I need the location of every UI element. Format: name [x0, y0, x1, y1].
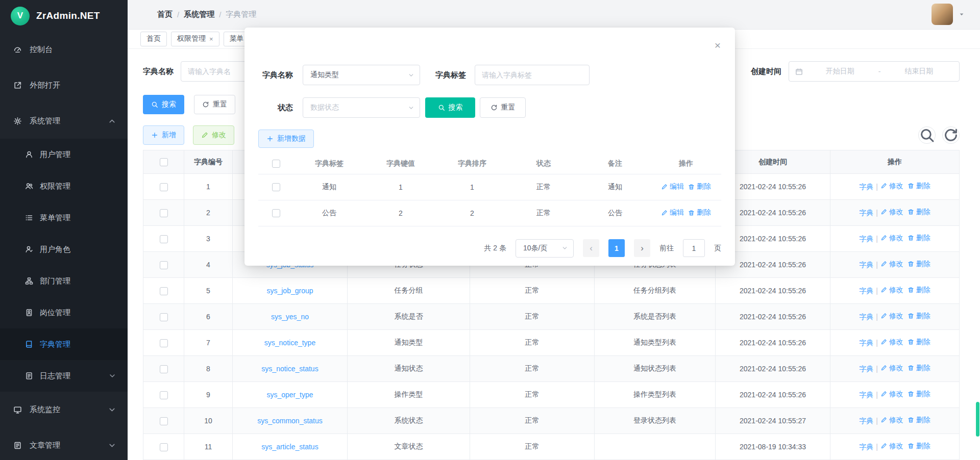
modify-link[interactable]: 修改: [880, 234, 903, 243]
dict-label-input[interactable]: [475, 65, 590, 85]
row-checkbox[interactable]: [160, 183, 168, 191]
refresh-table-button[interactable]: [942, 126, 960, 144]
modify-link[interactable]: 修改: [880, 182, 903, 191]
dict-data-link[interactable]: 字典: [859, 339, 873, 348]
close-icon[interactable]: ×: [715, 40, 721, 50]
breadcrumb-item[interactable]: 字典管理: [226, 10, 256, 19]
sidebar-subitem-7[interactable]: 日志管理: [0, 360, 128, 392]
sidebar-item-2[interactable]: 系统管理: [0, 103, 128, 139]
add-data-button[interactable]: 新增数据: [258, 130, 314, 148]
dict-data-link[interactable]: 字典: [859, 313, 873, 322]
dict-type-link[interactable]: sys_oper_type: [266, 391, 313, 399]
search-button[interactable]: 搜索: [143, 95, 184, 114]
row-checkbox[interactable]: [160, 339, 168, 347]
dict-type-link[interactable]: sys_notice_type: [264, 339, 315, 347]
sidebar-item-0[interactable]: 控制台: [0, 32, 128, 67]
user-avatar[interactable]: [932, 4, 953, 25]
row-checkbox[interactable]: [160, 313, 168, 321]
modify-link[interactable]: 修改: [880, 312, 903, 321]
sidebar-item-4[interactable]: 文章管理: [0, 427, 128, 460]
dict-name-select[interactable]: 通知类型: [303, 65, 420, 85]
tab-0[interactable]: 首页: [140, 32, 167, 46]
dict-type-link[interactable]: sys_common_status: [257, 417, 323, 425]
brand[interactable]: V ZrAdmin.NET: [0, 0, 128, 32]
delete-link[interactable]: 删除: [908, 260, 930, 269]
caret-down-icon[interactable]: [959, 11, 965, 17]
sidebar-subitem-0[interactable]: 用户管理: [0, 139, 128, 170]
row-checkbox[interactable]: [160, 287, 168, 295]
goto-page-input[interactable]: [683, 239, 705, 257]
row-checkbox[interactable]: [160, 209, 168, 217]
sidebar-item-1[interactable]: 外部打开: [0, 67, 128, 103]
modify-button[interactable]: 修改: [193, 125, 234, 145]
sidebar-subitem-6[interactable]: 字典管理: [0, 328, 128, 360]
row-checkbox[interactable]: [160, 443, 168, 451]
delete-link[interactable]: 删除: [908, 234, 930, 243]
toggle-search-button[interactable]: [918, 126, 936, 144]
delete-link[interactable]: 删除: [908, 442, 930, 451]
dict-data-link[interactable]: 字典: [859, 417, 873, 426]
delete-link[interactable]: 删除: [908, 364, 930, 373]
dict-type-link[interactable]: sys_yes_no: [271, 313, 309, 321]
modify-link[interactable]: 修改: [880, 286, 903, 295]
row-checkbox[interactable]: [160, 391, 168, 399]
sidebar-subitem-3[interactable]: 用户角色: [0, 234, 128, 265]
modify-link[interactable]: 修改: [880, 364, 903, 373]
dict-data-link[interactable]: 字典: [859, 261, 873, 270]
breadcrumb-item[interactable]: 系统管理: [184, 10, 214, 19]
delete-link[interactable]: 删除: [688, 182, 711, 191]
sidebar-subitem-2[interactable]: 菜单管理: [0, 202, 128, 234]
row-checkbox[interactable]: [160, 261, 168, 269]
modify-link[interactable]: 修改: [880, 442, 903, 451]
dict-data-link[interactable]: 字典: [859, 391, 873, 400]
breadcrumb-item[interactable]: 首页: [157, 10, 173, 19]
modify-link[interactable]: 修改: [880, 338, 903, 347]
delete-link[interactable]: 删除: [908, 390, 930, 399]
prev-page-button[interactable]: ‹: [583, 239, 599, 257]
dialog-reset-button[interactable]: 重置: [480, 97, 526, 118]
select-all-checkbox[interactable]: [160, 158, 168, 166]
modify-link[interactable]: 修改: [880, 416, 903, 425]
dict-type-link[interactable]: sys_job_group: [266, 287, 313, 295]
dict-type-link[interactable]: sys_article_status: [261, 443, 318, 451]
current-page[interactable]: 1: [608, 239, 625, 257]
delete-link[interactable]: 删除: [688, 208, 711, 217]
edit-link[interactable]: 编辑: [661, 182, 684, 191]
scrollbar-thumb[interactable]: [976, 402, 979, 437]
dict-data-link[interactable]: 字典: [859, 209, 873, 218]
dict-data-link[interactable]: 字典: [859, 365, 873, 374]
delete-link[interactable]: 删除: [908, 182, 930, 191]
row-checkbox[interactable]: [272, 209, 280, 217]
tab-1[interactable]: 权限管理×: [171, 32, 219, 46]
status-select[interactable]: 数据状态: [303, 97, 420, 118]
dict-data-link[interactable]: 字典: [859, 443, 873, 452]
dict-data-link[interactable]: 字典: [859, 235, 873, 244]
page-size-select[interactable]: 10条/页: [516, 239, 574, 258]
modify-link[interactable]: 修改: [880, 390, 903, 399]
add-button[interactable]: 新增: [143, 125, 184, 145]
sidebar-subitem-5[interactable]: 岗位管理: [0, 297, 128, 328]
modify-link[interactable]: 修改: [880, 208, 903, 217]
row-checkbox[interactable]: [160, 417, 168, 425]
row-checkbox[interactable]: [160, 235, 168, 243]
row-checkbox[interactable]: [272, 183, 280, 191]
reset-button[interactable]: 重置: [194, 95, 235, 114]
sidebar-subitem-4[interactable]: 部门管理: [0, 265, 128, 297]
close-icon[interactable]: ×: [209, 35, 213, 43]
dict-data-link[interactable]: 字典: [859, 183, 873, 192]
edit-link[interactable]: 编辑: [661, 208, 684, 217]
select-all-checkbox[interactable]: [272, 160, 280, 168]
sidebar-subitem-1[interactable]: 权限管理: [0, 170, 128, 202]
dict-type-link[interactable]: sys_notice_status: [261, 365, 318, 373]
modify-link[interactable]: 修改: [880, 260, 903, 269]
sidebar-item-3[interactable]: 系统监控: [0, 392, 128, 427]
row-checkbox[interactable]: [160, 365, 168, 373]
next-page-button[interactable]: ›: [634, 239, 650, 257]
dict-data-link[interactable]: 字典: [859, 287, 873, 296]
create-time-range-picker[interactable]: 开始日期 - 结束日期: [789, 61, 960, 82]
delete-link[interactable]: 删除: [908, 338, 930, 347]
delete-link[interactable]: 删除: [908, 312, 930, 321]
delete-link[interactable]: 删除: [908, 286, 930, 295]
delete-link[interactable]: 删除: [908, 208, 930, 217]
delete-link[interactable]: 删除: [908, 416, 930, 425]
